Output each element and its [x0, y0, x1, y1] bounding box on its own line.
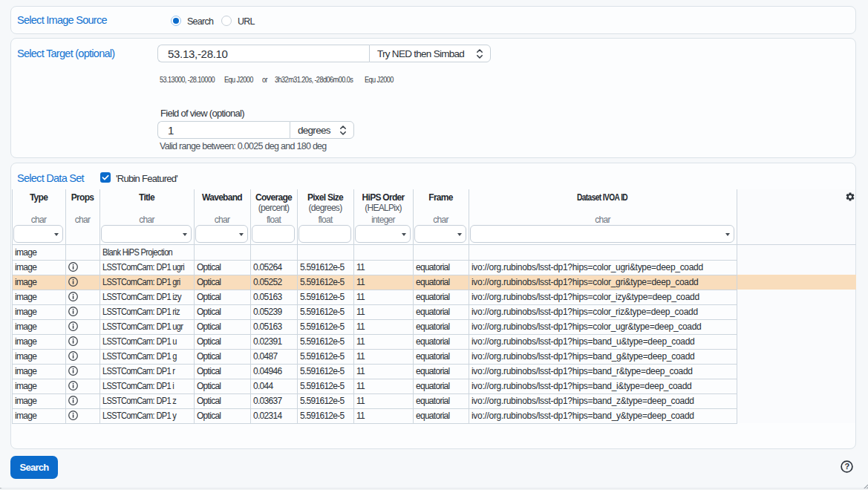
svg-text:?: ? — [845, 462, 850, 471]
